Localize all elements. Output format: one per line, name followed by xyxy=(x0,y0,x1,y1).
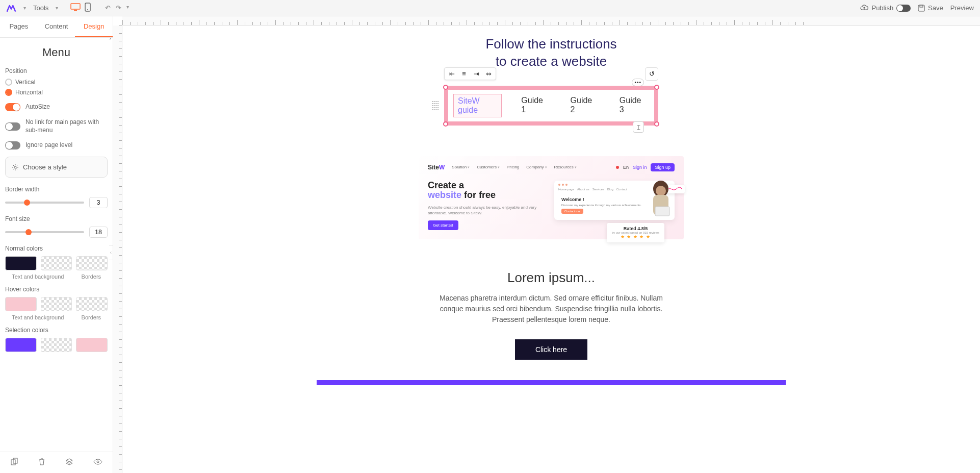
publish-control[interactable]: Publish xyxy=(860,4,911,12)
layers-icon[interactable] xyxy=(65,458,73,467)
save-label: Save xyxy=(928,4,943,12)
visibility-icon[interactable] xyxy=(93,459,102,466)
resize-handle[interactable] xyxy=(654,85,659,90)
hover-text-color[interactable] xyxy=(5,297,37,311)
svg-point-9 xyxy=(97,461,99,463)
selection-colors-label: Selection colors xyxy=(5,327,108,334)
resize-handle[interactable] xyxy=(654,121,659,127)
menu-item[interactable]: Guide 2 xyxy=(566,94,600,117)
position-label: Position xyxy=(5,67,108,74)
border-width-slider[interactable] xyxy=(5,202,84,204)
menu-item[interactable]: SiteW guide xyxy=(453,94,502,117)
ruler-vertical xyxy=(113,26,122,473)
delete-icon[interactable] xyxy=(38,458,45,467)
alignment-toolbar: ⇤ ≡ ⇥ ⇔ xyxy=(444,67,496,80)
tab-design[interactable]: Design xyxy=(75,16,113,37)
mock-logo: SiteW xyxy=(428,164,445,171)
svg-rect-1 xyxy=(74,10,77,11)
star-icons: ★ ★ ★ ★ ★ xyxy=(612,234,659,239)
purple-divider xyxy=(317,380,786,385)
svg-rect-5 xyxy=(920,5,923,7)
svg-rect-4 xyxy=(918,5,924,11)
redo-icon[interactable]: ↷ xyxy=(116,4,121,12)
align-left-icon[interactable]: ⇤ xyxy=(448,70,456,78)
more-options-icon[interactable]: ••• xyxy=(632,79,644,86)
svg-rect-0 xyxy=(71,4,80,9)
sidebar: Pages Content Design ˄ Menu Position Ver… xyxy=(0,16,113,473)
drag-handle-icon[interactable] xyxy=(432,101,439,111)
autosize-label: AutoSize xyxy=(25,103,50,111)
mobile-view-icon[interactable] xyxy=(85,3,91,13)
hover-bg-color[interactable] xyxy=(41,297,72,311)
align-right-icon[interactable]: ⇥ xyxy=(472,70,480,78)
mock-cta: Get started xyxy=(428,220,458,230)
ignore-level-label: Ignore page level xyxy=(25,141,72,150)
selection-border-color[interactable] xyxy=(76,338,108,352)
undo-icon[interactable]: ↶ xyxy=(105,4,111,12)
svg-rect-13 xyxy=(655,207,669,216)
person-illustration xyxy=(643,179,679,225)
click-here-button[interactable]: Click here xyxy=(515,339,587,360)
menu-item[interactable]: Guide 1 xyxy=(517,94,551,117)
panel-title: Menu xyxy=(5,46,108,59)
selected-element[interactable]: ⇤ ≡ ⇥ ⇔ ↺ ••• SiteW guide Guide 1 Gu xyxy=(444,86,658,126)
logo-dropdown-icon[interactable]: ▾ xyxy=(23,5,26,11)
lang-flag-icon xyxy=(616,166,619,169)
selection-text-color[interactable] xyxy=(5,338,37,352)
desktop-view-icon[interactable] xyxy=(70,3,81,13)
tools-menu[interactable]: Tools xyxy=(33,4,48,12)
align-center-icon[interactable]: ≡ xyxy=(460,70,468,78)
rating-card: Rated 4.8/5 by our users based on 915 re… xyxy=(607,223,664,242)
mock-headline: Create a website for free xyxy=(428,181,548,201)
nolink-toggle[interactable] xyxy=(5,122,20,131)
panel-collapse-icon[interactable]: ˄ xyxy=(109,38,112,43)
border-width-label: Border width xyxy=(5,186,108,193)
border-width-input[interactable] xyxy=(89,197,108,208)
top-toolbar: ▾ Tools ▾ ↶ ↷ ▾ Publish Save Preview xyxy=(0,0,980,16)
text-style-icon[interactable]: ⌶ xyxy=(633,121,644,133)
mock-nav-links: Solution Customers Pricing Company Resou… xyxy=(452,165,576,169)
hover-colors-label: Hover colors xyxy=(5,286,108,293)
svg-point-3 xyxy=(87,9,88,10)
canvas-area: Follow the instructions to create a webs… xyxy=(113,16,980,473)
resize-handle[interactable] xyxy=(443,85,448,90)
resize-handle[interactable] xyxy=(443,121,448,127)
tab-content[interactable]: Content xyxy=(38,16,75,37)
autosize-toggle[interactable] xyxy=(5,103,20,111)
menu-item[interactable]: Guide 3 xyxy=(615,94,649,117)
menu-element: SiteW guide Guide 1 Guide 2 Guide 3 xyxy=(448,90,654,121)
tools-dropdown-icon[interactable]: ▾ xyxy=(56,5,58,11)
normal-bg-color[interactable] xyxy=(41,256,72,270)
normal-colors-label: Normal colors xyxy=(5,245,108,252)
gear-icon xyxy=(12,164,19,171)
normal-text-color[interactable] xyxy=(5,256,37,270)
publish-label: Publish xyxy=(871,4,893,12)
normal-border-color[interactable] xyxy=(76,256,108,270)
page-heading: Follow the instructions to create a webs… xyxy=(214,36,888,70)
app-logo[interactable] xyxy=(6,4,16,13)
preview-button[interactable]: Preview xyxy=(950,4,974,12)
font-size-input[interactable] xyxy=(89,227,108,238)
duplicate-icon[interactable] xyxy=(10,458,18,467)
website-preview: SiteW Solution Customers Pricing Company… xyxy=(419,156,684,239)
svg-point-6 xyxy=(14,166,16,168)
sidebar-collapse[interactable]: ‹ xyxy=(109,245,113,260)
lorem-title: Lorem ipsum... xyxy=(214,270,888,286)
hover-border-color[interactable] xyxy=(76,297,108,311)
ruler-horizontal xyxy=(122,16,980,26)
radio-vertical[interactable]: Vertical xyxy=(5,79,108,86)
radio-horizontal[interactable]: Horizontal xyxy=(5,89,108,96)
font-size-label: Font size xyxy=(5,215,108,222)
ignore-level-toggle[interactable] xyxy=(5,141,20,150)
align-stretch-icon[interactable]: ⇔ xyxy=(484,70,493,78)
tab-pages[interactable]: Pages xyxy=(0,16,38,37)
font-size-slider[interactable] xyxy=(5,231,84,233)
reset-icon[interactable]: ↺ xyxy=(645,67,658,81)
svg-point-11 xyxy=(656,186,666,196)
lorem-text: Macenas pharetra interdum dictum. Sed or… xyxy=(429,293,674,325)
selection-bg-color[interactable] xyxy=(41,338,72,352)
publish-toggle[interactable] xyxy=(896,5,911,12)
save-button[interactable]: Save xyxy=(918,4,943,12)
history-dropdown-icon[interactable]: ▾ xyxy=(126,4,129,12)
choose-style-button[interactable]: Choose a style xyxy=(5,157,108,178)
